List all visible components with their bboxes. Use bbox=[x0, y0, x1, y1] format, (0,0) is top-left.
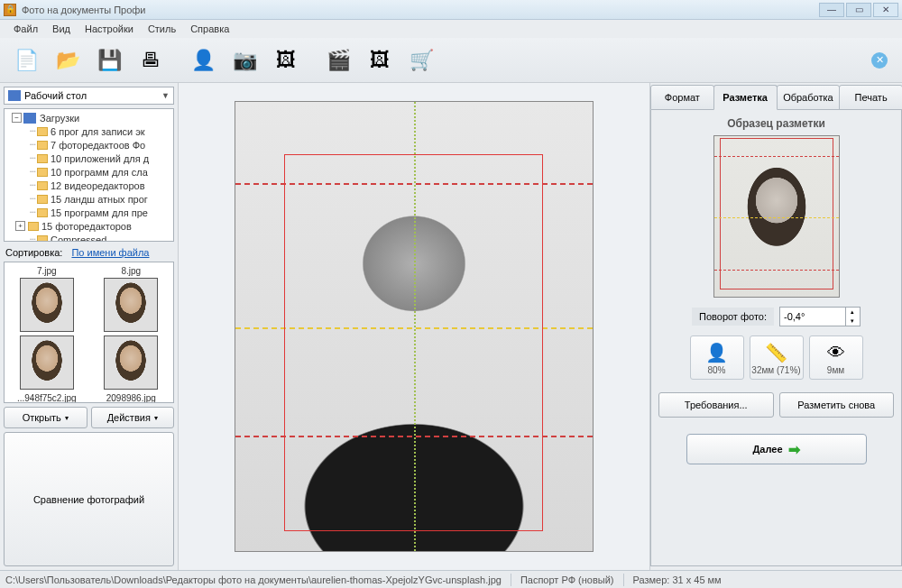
spinner-down-icon[interactable]: ▾ bbox=[845, 317, 860, 326]
tree-item[interactable]: ┄Compressed bbox=[5, 233, 173, 242]
ruler-icon: 📏 bbox=[750, 340, 803, 365]
file-tree[interactable]: − Загрузки ┄6 прог для записи эк ┄7 фото… bbox=[4, 108, 174, 242]
drive-label: Рабочий стол bbox=[24, 90, 87, 101]
open-button[interactable]: Открыть▾ bbox=[4, 407, 87, 428]
metric-eyes[interactable]: 👁9мм bbox=[809, 335, 863, 380]
folder-icon bbox=[37, 235, 48, 243]
folder-icon bbox=[37, 141, 48, 150]
eye-icon: 👁 bbox=[810, 340, 862, 365]
rotate-label: Поворот фото: bbox=[692, 308, 774, 326]
minimize-button[interactable]: — bbox=[819, 3, 844, 17]
folder-icon bbox=[37, 208, 48, 217]
window-title: Фото на документы Профи bbox=[22, 5, 819, 15]
chevron-down-icon: ▼ bbox=[161, 91, 170, 100]
next-button[interactable]: Далее ➡ bbox=[686, 434, 867, 464]
close-button[interactable]: ✕ bbox=[873, 3, 898, 17]
photo-viewport[interactable]: ↕ ↕ ↕ ↕ ↕ ↕ ↔ ↔ bbox=[179, 83, 649, 570]
crop-box[interactable] bbox=[284, 154, 543, 531]
thumb-item[interactable]: 8.jpg bbox=[91, 266, 172, 334]
arrow-right-icon: ➡ bbox=[788, 441, 800, 458]
photo-canvas[interactable]: ↕ ↕ ↕ ↕ ↕ ↕ ↔ ↔ bbox=[235, 101, 594, 552]
tb-camera-icon[interactable]: 📷 bbox=[226, 41, 263, 79]
sample-preview bbox=[713, 135, 840, 298]
tab-print[interactable]: Печать bbox=[839, 85, 902, 110]
tab-format[interactable]: Формат bbox=[650, 85, 714, 110]
metric-head-height[interactable]: 📏32мм (71%) bbox=[750, 335, 804, 380]
menu-file[interactable]: Файл bbox=[7, 22, 44, 36]
tb-person-icon[interactable]: 👤 bbox=[184, 41, 222, 79]
rotate-spinner[interactable]: ▴ ▾ bbox=[779, 307, 861, 326]
folder-icon bbox=[37, 127, 48, 136]
person-icon: 👤 bbox=[691, 340, 743, 365]
tab-bar: Формат Разметка Обработка Печать bbox=[650, 85, 902, 110]
tree-item[interactable]: ┄15 ландш атных прог bbox=[5, 192, 173, 206]
status-format: Паспорт РФ (новый) bbox=[520, 574, 614, 585]
spinner-up-icon[interactable]: ▴ bbox=[845, 308, 860, 317]
folder-icon bbox=[37, 154, 48, 163]
menu-view[interactable]: Вид bbox=[46, 22, 77, 36]
tree-item[interactable]: +15 фоторедакторов bbox=[5, 219, 173, 233]
folder-icon bbox=[28, 222, 39, 231]
drive-combo[interactable]: Рабочий стол ▼ bbox=[4, 87, 174, 105]
thumb-item[interactable]: 7.jpg bbox=[6, 266, 87, 334]
tree-item[interactable]: ┄10 программ для сла bbox=[5, 165, 173, 179]
remark-button[interactable]: Разметить снова bbox=[779, 392, 895, 418]
chevron-down-icon: ▾ bbox=[65, 414, 69, 422]
sort-link[interactable]: По имени файла bbox=[71, 247, 149, 258]
tab-processing[interactable]: Обработка bbox=[777, 85, 841, 110]
tree-item[interactable]: ┄12 видеоредакторов bbox=[5, 179, 173, 192]
tb-export-icon[interactable]: 🖼 bbox=[361, 41, 399, 79]
tb-save-icon[interactable]: 💾 bbox=[90, 41, 128, 79]
compare-button[interactable]: Сравнение фотографий bbox=[4, 432, 174, 566]
drive-icon bbox=[8, 90, 21, 101]
statusbar: C:\Users\Пользователь\Downloads\Редактор… bbox=[0, 570, 902, 588]
tab-markup[interactable]: Разметка bbox=[713, 85, 778, 110]
tree-item[interactable]: ┄7 фоторедактоов Фо bbox=[5, 138, 173, 152]
tb-close-x-icon[interactable]: ✕ bbox=[871, 52, 888, 69]
rotate-input[interactable] bbox=[780, 311, 834, 322]
tb-print-icon[interactable]: 🖶 bbox=[132, 41, 170, 79]
menu-help[interactable]: Справка bbox=[184, 22, 235, 36]
titlebar: Фото на документы Профи — ▭ ✕ bbox=[0, 0, 902, 20]
left-panel: Рабочий стол ▼ − Загрузки ┄6 прог для за… bbox=[0, 83, 179, 570]
menubar: Файл Вид Настройки Стиль Справка bbox=[0, 20, 902, 38]
tb-image-icon[interactable]: 🖼 bbox=[267, 41, 305, 79]
status-size: Размер: 31 x 45 мм bbox=[633, 574, 722, 585]
maximize-button[interactable]: ▭ bbox=[846, 3, 871, 17]
folder-icon bbox=[37, 168, 48, 177]
folder-icon bbox=[37, 195, 48, 204]
tree-item[interactable]: ┄10 приложений для д bbox=[5, 152, 173, 165]
right-panel: Формат Разметка Обработка Печать Образец… bbox=[649, 83, 902, 570]
chevron-down-icon: ▾ bbox=[154, 414, 158, 422]
tb-new-icon[interactable]: 📄 bbox=[7, 41, 45, 79]
menu-style[interactable]: Стиль bbox=[142, 22, 182, 36]
thumb-item[interactable]: 2098986.jpg bbox=[91, 335, 172, 403]
folder-icon bbox=[37, 181, 48, 190]
arrow-icon bbox=[23, 113, 36, 124]
tb-video-icon[interactable]: 🎬 bbox=[319, 41, 357, 79]
tree-item[interactable]: ┄6 прог для записи эк bbox=[5, 124, 173, 138]
app-icon bbox=[4, 4, 16, 16]
tree-root[interactable]: − Загрузки bbox=[5, 111, 173, 124]
actions-button[interactable]: Действия▾ bbox=[91, 407, 175, 428]
sort-label: Сортировка: bbox=[5, 247, 62, 258]
sample-title: Образец разметки bbox=[658, 117, 894, 130]
menu-settings[interactable]: Настройки bbox=[78, 22, 140, 36]
expand-icon[interactable]: + bbox=[15, 221, 25, 231]
status-path: C:\Users\Пользователь\Downloads\Редактор… bbox=[5, 574, 502, 585]
tree-item[interactable]: ┄15 программ для пре bbox=[5, 206, 173, 219]
tb-cart-icon[interactable]: 🛒 bbox=[402, 41, 440, 79]
requirements-button[interactable]: Требования... bbox=[658, 392, 774, 418]
thumbnails: 7.jpg 8.jpg ...948f75c2.jpg 2098986.jpg … bbox=[4, 262, 174, 403]
metric-face[interactable]: 👤80% bbox=[690, 335, 744, 380]
toolbar: 📄 📂 💾 🖶 👤 📷 🖼 🎬 🖼 🛒 ✕ bbox=[0, 38, 902, 83]
collapse-icon[interactable]: − bbox=[12, 113, 22, 123]
thumb-item[interactable]: ...948f75c2.jpg bbox=[6, 335, 87, 403]
tb-open-icon[interactable]: 📂 bbox=[49, 41, 87, 79]
